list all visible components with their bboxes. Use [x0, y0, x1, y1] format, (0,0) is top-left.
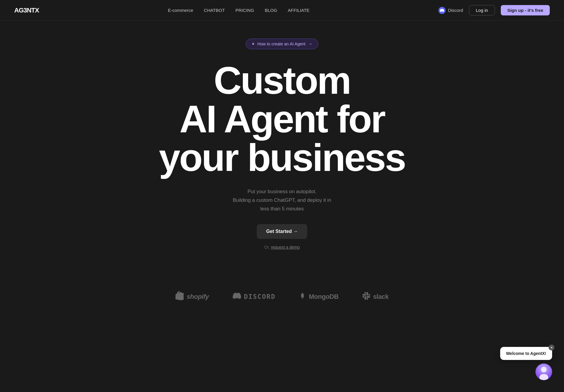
- logo-mongodb: MongoDB: [299, 292, 338, 302]
- nav-chatbot[interactable]: CHATBOT: [204, 8, 225, 13]
- logo-slack: slack: [362, 292, 389, 301]
- login-button[interactable]: Log in: [469, 5, 495, 15]
- nav-ecommerce[interactable]: E-commerce: [168, 8, 193, 13]
- get-started-button[interactable]: Get Started →: [257, 224, 308, 239]
- pill-text: How to create an AI Agent: [257, 42, 305, 46]
- chat-bubble-text: Welcome to AgentX!: [506, 351, 546, 356]
- logos-section: shopify DISCORD MongoDB slack: [0, 273, 564, 314]
- signup-button[interactable]: Sign up - it's free: [501, 5, 550, 15]
- request-demo-link[interactable]: request a demo: [271, 245, 300, 250]
- discord-link[interactable]: Discord: [438, 7, 463, 14]
- nav-affiliate[interactable]: AFFILIATE: [288, 8, 310, 13]
- nav-right: Discord Log in Sign up - it's free: [438, 5, 550, 15]
- mongodb-icon: [299, 292, 306, 302]
- sparkle-icon: ✦: [251, 42, 255, 46]
- slack-label: slack: [373, 293, 389, 301]
- hero-subtitle: Put your business on autopilot. Building…: [233, 188, 331, 213]
- discord-icon: [438, 7, 446, 14]
- hero-title-line3: your business: [159, 136, 405, 179]
- shopify-icon: [175, 291, 184, 302]
- slack-icon: [362, 292, 370, 301]
- chat-close-button[interactable]: ×: [549, 345, 555, 350]
- nav-pricing[interactable]: PRICING: [235, 8, 254, 13]
- discord-logo-label: DISCORD: [244, 293, 276, 300]
- hero-title: Custom AI Agent for your business: [159, 61, 405, 177]
- shopify-label: shopify: [187, 293, 209, 301]
- arrow-icon: →: [308, 41, 313, 47]
- hero-pill[interactable]: ✦ How to create an AI Agent →: [246, 39, 318, 49]
- chat-bubble: Welcome to AgentX! ×: [500, 347, 552, 360]
- navbar: AG3NTX E-commerce CHATBOT PRICING BLOG A…: [0, 0, 564, 21]
- chat-widget: Welcome to AgentX! ×: [500, 347, 552, 380]
- nav-links: E-commerce CHATBOT PRICING BLOG AFFILIAT…: [168, 8, 310, 13]
- logo-shopify: shopify: [175, 291, 209, 302]
- hero-title-line1: Custom: [214, 59, 350, 102]
- mongodb-label: MongoDB: [309, 293, 338, 301]
- demo-text: Or, request a demo: [264, 245, 300, 250]
- logo-discord: DISCORD: [233, 292, 276, 302]
- hero-title-line2: AI Agent for: [180, 97, 385, 141]
- discord-logo-icon: [233, 292, 241, 302]
- nav-blog[interactable]: BLOG: [265, 8, 277, 13]
- hero-section: ✦ How to create an AI Agent → Custom AI …: [0, 21, 564, 273]
- site-logo[interactable]: AG3NTX: [14, 7, 39, 14]
- discord-label: Discord: [448, 8, 463, 13]
- chat-avatar[interactable]: [536, 364, 552, 380]
- svg-point-1: [541, 367, 547, 372]
